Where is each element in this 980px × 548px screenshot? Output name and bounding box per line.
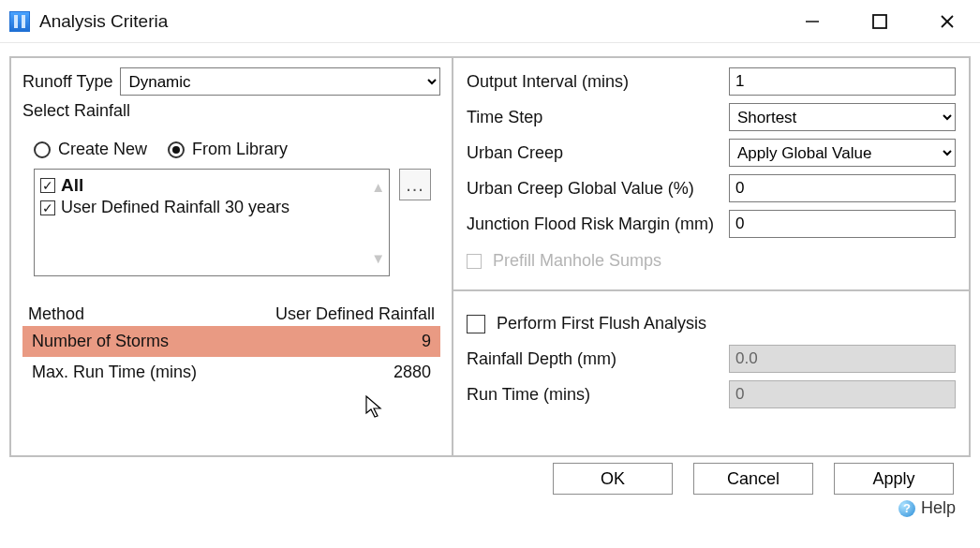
time-step-label: Time Step <box>467 108 729 127</box>
close-icon <box>939 13 956 30</box>
junction-margin-label: Junction Flood Risk Margin (mm) <box>467 215 729 234</box>
first-flush-label: Perform First Flush Analysis <box>497 314 706 333</box>
list-item[interactable]: ✓ User Defined Rainfall 30 years <box>40 198 383 217</box>
from-library-label: From Library <box>192 140 288 159</box>
window-title: Analysis Criteria <box>39 11 168 32</box>
select-rainfall-label: Select Rainfall <box>22 101 130 121</box>
right-pane: Output Interval (mins) Time Step Shortes… <box>453 58 969 455</box>
ok-button[interactable]: OK <box>553 463 673 495</box>
radio-icon <box>34 141 51 158</box>
minimize-button[interactable] <box>791 4 834 39</box>
output-interval-label: Output Interval (mins) <box>467 72 729 92</box>
scroll-down-icon[interactable]: ▼ <box>371 250 385 266</box>
radio-icon <box>168 141 185 158</box>
help-link[interactable]: ? Help <box>0 495 980 518</box>
checkbox-icon <box>467 254 482 269</box>
apply-button[interactable]: Apply <box>834 463 954 495</box>
time-step-combo[interactable]: Shortest <box>729 103 956 131</box>
urban-creep-global-input[interactable] <box>729 174 956 202</box>
urban-creep-combo[interactable]: Apply Global Value <box>729 139 956 167</box>
checkbox-icon[interactable]: ✓ <box>40 178 55 193</box>
minimize-icon <box>804 13 821 30</box>
rainfall-depth-input <box>729 345 956 373</box>
row-value: 2880 <box>393 363 431 382</box>
maximize-icon <box>871 13 888 30</box>
urban-creep-label: Urban Creep <box>467 143 729 163</box>
ellipsis-icon: ... <box>406 174 424 196</box>
create-new-label: Create New <box>58 140 147 159</box>
left-pane: Runoff Type Dynamic Select Rainfall Crea… <box>11 58 453 455</box>
output-interval-input[interactable] <box>729 67 956 96</box>
window-controls <box>791 4 974 39</box>
help-label: Help <box>921 498 956 518</box>
section-divider <box>453 289 969 291</box>
runoff-type-label: Runoff Type <box>22 72 112 92</box>
rainfall-source-radio-group: Create New From Library <box>34 140 440 159</box>
rainfall-depth-label: Rainfall Depth (mm) <box>467 349 729 369</box>
method-summary-table: Method User Defined Rainfall Number of S… <box>22 303 440 388</box>
dialog-footer: OK Cancel Apply <box>0 463 980 495</box>
run-time-input <box>729 380 956 408</box>
junction-margin-input[interactable] <box>729 210 956 238</box>
runoff-type-combo[interactable]: Dynamic <box>120 67 440 96</box>
first-flush-checkbox[interactable]: Perform First Flush Analysis <box>467 314 956 333</box>
checkbox-icon[interactable] <box>467 315 485 333</box>
close-button[interactable] <box>926 4 969 39</box>
create-new-radio[interactable]: Create New <box>34 140 147 159</box>
method-header: Method <box>28 304 84 324</box>
dialog-body: Runoff Type Dynamic Select Rainfall Crea… <box>9 56 971 457</box>
svg-rect-1 <box>873 15 886 28</box>
list-item[interactable]: ✓ All <box>40 175 383 196</box>
run-time-label: Run Time (mins) <box>467 385 729 405</box>
maximize-button[interactable] <box>858 4 901 39</box>
list-item-label: User Defined Rainfall 30 years <box>61 198 290 217</box>
value-header: User Defined Rainfall <box>275 304 435 324</box>
app-icon <box>9 11 30 32</box>
row-value: 9 <box>422 332 431 351</box>
checkbox-icon[interactable]: ✓ <box>40 200 55 215</box>
cancel-button[interactable]: Cancel <box>693 463 813 495</box>
titlebar: Analysis Criteria <box>0 0 980 43</box>
scroll-up-icon[interactable]: ▲ <box>371 179 385 195</box>
prefill-label: Prefill Manhole Sumps <box>493 251 661 271</box>
table-row[interactable]: Max. Run Time (mins) 2880 <box>22 357 440 388</box>
rainfall-library-list[interactable]: ✓ All ✓ User Defined Rainfall 30 years ▲… <box>34 169 390 276</box>
help-icon: ? <box>898 500 915 517</box>
table-row[interactable]: Number of Storms 9 <box>22 326 440 357</box>
prefill-manhole-checkbox: Prefill Manhole Sumps <box>467 251 956 271</box>
list-item-label: All <box>61 175 83 196</box>
urban-creep-global-label: Urban Creep Global Value (%) <box>467 179 729 199</box>
row-name: Max. Run Time (mins) <box>32 363 197 382</box>
from-library-radio[interactable]: From Library <box>168 140 288 159</box>
row-name: Number of Storms <box>32 332 169 351</box>
browse-button[interactable]: ... <box>399 169 431 200</box>
